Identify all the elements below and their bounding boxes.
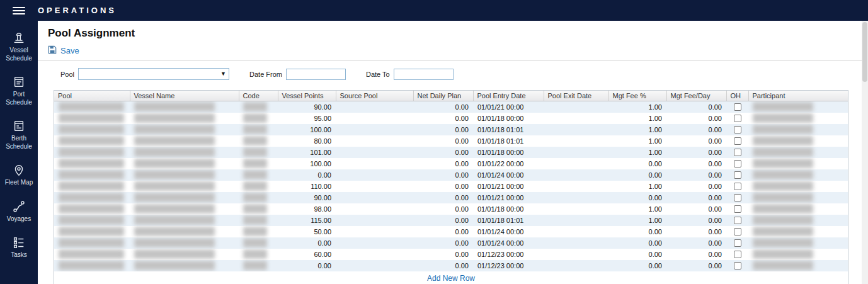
cell-vessel-points: 101.00: [278, 147, 336, 158]
table-row: 115.000.0001/01/18 01:011.000.00: [54, 215, 848, 226]
redacted-value: [59, 125, 124, 134]
cell-code: [239, 181, 278, 192]
page-title: Pool Assignment: [48, 27, 868, 40]
cell-source-pool: [336, 113, 413, 124]
sidebar-item-vessel-schedule[interactable]: Vessel Schedule: [0, 31, 38, 62]
column-header-code[interactable]: Code: [239, 91, 278, 101]
column-header-mgt-fee-day[interactable]: Mgt Fee/Day: [666, 91, 726, 101]
column-header-pool-exit-date[interactable]: Pool Exit Date: [544, 91, 608, 101]
cell-vessel-points: 50.00: [278, 226, 336, 237]
oh-checkbox[interactable]: [734, 194, 741, 202]
oh-checkbox[interactable]: [734, 251, 741, 258]
column-header-participant[interactable]: Participant: [748, 91, 848, 101]
column-header-pool-entry-date[interactable]: Pool Entry Date: [473, 91, 544, 101]
sidebar-item-fleet-map[interactable]: Fleet Map: [0, 163, 38, 187]
cell-participant: [748, 226, 848, 237]
oh-checkbox[interactable]: [734, 126, 741, 133]
oh-checkbox[interactable]: [734, 160, 741, 168]
sidebar-item-port-schedule[interactable]: Port Schedule: [0, 75, 38, 106]
redacted-value: [753, 102, 813, 111]
cell-source-pool: [336, 249, 413, 260]
cell-vessel-name: [130, 147, 239, 158]
cell-code: [239, 237, 278, 249]
cell-oh: [726, 135, 748, 147]
cell-vessel-points: 110.00: [278, 181, 336, 192]
cell-pool: [54, 260, 130, 271]
cell-pool-entry-date: 01/01/22 00:00: [473, 158, 544, 169]
redacted-value: [243, 215, 267, 225]
column-header-oh[interactable]: OH: [726, 91, 748, 101]
cell-source-pool: [336, 192, 413, 203]
oh-checkbox[interactable]: [734, 149, 741, 156]
cell-oh: [726, 203, 748, 215]
cell-mgt-fee-day: 0.00: [666, 260, 726, 271]
table-row: 50.000.0001/01/24 00:000.000.00: [54, 226, 848, 237]
sidebar-item-label: Tasks: [11, 251, 27, 259]
cell-mgt-fee-pct: 1.00: [608, 135, 666, 147]
column-header-source-pool[interactable]: Source Pool: [336, 91, 413, 101]
cell-oh: [726, 226, 748, 237]
menu-icon[interactable]: [13, 7, 25, 14]
column-header-pool[interactable]: Pool: [54, 91, 130, 101]
oh-checkbox[interactable]: [734, 239, 741, 247]
cell-vessel-name: [130, 226, 239, 237]
cell-participant: [748, 181, 848, 192]
sidebar-item-label: Voyages: [7, 215, 31, 224]
cell-pool: [54, 135, 130, 147]
cell-oh: [726, 113, 748, 124]
oh-checkbox[interactable]: [734, 103, 741, 111]
sidebar-item-tasks[interactable]: Tasks: [0, 236, 38, 259]
cell-oh: [726, 158, 748, 169]
cell-vessel-name: [130, 215, 239, 226]
oh-checkbox[interactable]: [734, 137, 741, 145]
cell-mgt-fee-pct: 0.00: [608, 169, 666, 181]
cell-pool-exit-date: [544, 169, 608, 181]
redacted-value: [753, 170, 813, 179]
redacted-value: [243, 170, 267, 179]
oh-checkbox[interactable]: [734, 217, 741, 224]
column-header-vessel-name[interactable]: Vessel Name: [130, 91, 239, 101]
add-new-row-link[interactable]: Add New Row: [54, 271, 848, 284]
redacted-value: [59, 181, 124, 191]
save-button[interactable]: Save: [48, 45, 79, 56]
oh-checkbox[interactable]: [734, 205, 741, 213]
redacted-value: [59, 227, 124, 236]
cell-code: [239, 215, 278, 226]
cell-oh: [726, 249, 748, 260]
cell-net-daily-plan: 0.00: [413, 147, 473, 158]
redacted-value: [59, 113, 124, 123]
redacted-value: [243, 249, 267, 259]
column-header-net-daily-plan[interactable]: Net Daily Plan: [413, 91, 473, 101]
sidebar-item-label: Port Schedule: [0, 91, 38, 106]
oh-checkbox[interactable]: [734, 262, 741, 270]
column-header-mgt-fee-pct[interactable]: Mgt Fee %: [608, 91, 666, 101]
pool-select[interactable]: ▼: [78, 68, 229, 80]
cell-net-daily-plan: 0.00: [413, 113, 473, 124]
column-header-vessel-points[interactable]: Vessel Points: [278, 91, 336, 101]
cell-mgt-fee-pct: 0.00: [608, 260, 666, 271]
scrollbar-thumb[interactable]: [862, 22, 867, 82]
vertical-scrollbar[interactable]: [862, 21, 868, 284]
redacted-value: [753, 204, 813, 213]
cell-pool-entry-date: 01/01/18 01:01: [473, 124, 544, 135]
cell-mgt-fee-pct: 1.00: [608, 215, 666, 226]
oh-checkbox[interactable]: [734, 228, 741, 236]
table-row: 90.000.0001/01/21 00:001.000.00: [54, 101, 848, 113]
table-header-row: PoolVessel NameCodeVessel PointsSource P…: [54, 91, 848, 101]
redacted-value: [134, 147, 215, 157]
bollard-icon: [12, 31, 26, 45]
date-from-input[interactable]: [286, 69, 346, 80]
sidebar-item-voyages[interactable]: Voyages: [0, 200, 38, 224]
cell-vessel-name: [130, 260, 239, 271]
cell-pool: [54, 169, 130, 181]
date-to-label: Date To: [366, 71, 390, 78]
filter-bar: Pool ▼ Date From Date To: [60, 68, 868, 80]
oh-checkbox[interactable]: [734, 183, 741, 190]
redacted-value: [243, 159, 267, 168]
date-to-input[interactable]: [394, 69, 454, 80]
cell-code: [239, 124, 278, 135]
sidebar-item-berth-schedule[interactable]: Berth Schedule: [0, 119, 38, 151]
cell-participant: [748, 260, 848, 271]
oh-checkbox[interactable]: [734, 171, 741, 179]
oh-checkbox[interactable]: [734, 115, 741, 122]
